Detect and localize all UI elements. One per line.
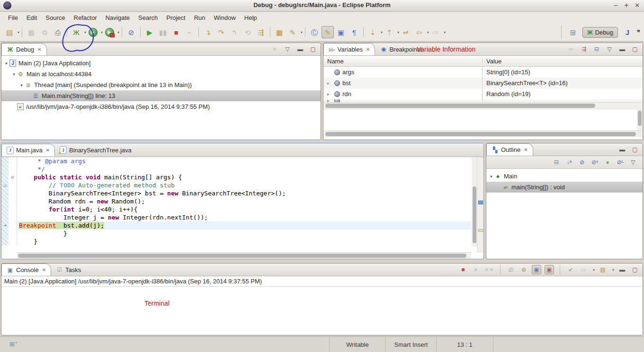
code-line[interactable]: Random rdn = new Random(); bbox=[1, 197, 471, 205]
skip-all-breakpoints-button[interactable]: ⊘ bbox=[125, 26, 137, 38]
maximize-button[interactable]: ▢ bbox=[630, 265, 640, 274]
console-output[interactable] bbox=[1, 287, 643, 323]
open-perspective-button[interactable]: ⊞ bbox=[567, 26, 579, 38]
resume-button[interactable]: ▶ bbox=[143, 26, 156, 38]
maximize-button[interactable]: + bbox=[624, 1, 628, 9]
variable-row-args[interactable]: argsString[0] (id=15) bbox=[323, 67, 643, 78]
previous-annotation-dropdown-icon[interactable]: ▾ bbox=[397, 30, 399, 35]
new-wizard-button[interactable]: ▤ bbox=[3, 26, 16, 38]
back-dropdown-icon[interactable]: ▾ bbox=[427, 30, 429, 35]
pin-console-button[interactable]: ➶ bbox=[566, 265, 575, 274]
mark-occurrences-button[interactable]: ✎ bbox=[322, 26, 334, 38]
tab-binarysearchtree-java[interactable]: JBinarySearchTree.java bbox=[55, 144, 136, 156]
tab-outline[interactable]: ▚ Outline ✕ bbox=[486, 143, 533, 156]
collapse-all-button[interactable]: ⊟ bbox=[552, 158, 561, 167]
new-type-button[interactable]: Ⓒ bbox=[308, 26, 321, 38]
tree-item--usr-lib-jvm-java-7-[interactable]: ▸/usr/lib/jvm/java-7-openjdk-i386/bin/ja… bbox=[1, 101, 321, 112]
quick-view-icon[interactable]: ⊞✦ bbox=[9, 341, 18, 348]
tree-item-main-main-string-[interactable]: ☰Main.main(String[]) line: 13 bbox=[1, 90, 321, 101]
variables-hscrollbar[interactable] bbox=[323, 102, 643, 109]
show-source-button[interactable]: ▣ bbox=[335, 26, 347, 38]
close-icon[interactable]: ✕ bbox=[42, 267, 46, 273]
show-on-stdout-button[interactable]: ▣ bbox=[532, 265, 541, 274]
next-annotation-dropdown-icon[interactable]: ▾ bbox=[381, 30, 383, 35]
maximize-button[interactable]: ▢ bbox=[630, 44, 640, 54]
code-line[interactable]: for(int i=0; i<40; i++){ bbox=[1, 205, 471, 213]
open-console-button[interactable]: ▤ bbox=[598, 265, 608, 274]
highlight-dropdown-icon[interactable]: ▾ bbox=[301, 30, 303, 35]
hide-non-public-button[interactable]: ● bbox=[603, 158, 612, 167]
code-line[interactable]: */ bbox=[1, 165, 471, 173]
close-icon[interactable]: ✕ bbox=[46, 148, 50, 153]
minimize-button[interactable]: – bbox=[614, 1, 617, 9]
tab-tasks[interactable]: ☑Tasks bbox=[51, 264, 86, 276]
menu-edit[interactable]: Edit bbox=[22, 13, 41, 22]
hide-fields-button[interactable]: ⊘ bbox=[577, 158, 587, 167]
code-line[interactable]: } bbox=[1, 238, 471, 246]
instruction-pointer-icon[interactable]: ➜ bbox=[1, 221, 9, 229]
last-edit-location-button[interactable]: ↫ bbox=[400, 26, 412, 38]
menu-navigate[interactable]: Navigate bbox=[101, 13, 134, 22]
expanded-arrow-icon[interactable]: ▾ bbox=[18, 83, 25, 88]
close-button[interactable]: × bbox=[635, 1, 639, 9]
hide-local-types-button[interactable]: ⊘ᴸ bbox=[616, 158, 625, 167]
tree-item-main-string-voi[interactable]: ●Smain(String[]) : void bbox=[486, 182, 643, 193]
step-into-button[interactable]: ↴ bbox=[202, 26, 214, 38]
minimize-button[interactable]: ▬ bbox=[295, 44, 305, 54]
expand-arrow-icon[interactable]: ▸ bbox=[327, 92, 332, 97]
tab-debug[interactable]: Ж Debug ✕ bbox=[1, 43, 47, 55]
run-button[interactable]: ▶ bbox=[87, 26, 99, 38]
hide-static-button[interactable]: ⊘ˢ bbox=[590, 158, 599, 167]
back-button[interactable]: ⇦ bbox=[413, 26, 425, 38]
use-step-filters-button[interactable]: ⇶ bbox=[255, 26, 267, 38]
close-icon[interactable]: ✕ bbox=[524, 147, 528, 152]
show-on-stderr-button[interactable]: ▣ bbox=[545, 265, 554, 274]
tab-main-java[interactable]: JMain.java✕ bbox=[1, 144, 55, 156]
minimize-button[interactable]: ▬ bbox=[617, 145, 627, 154]
clear-console-button[interactable]: ⎚ bbox=[506, 265, 516, 274]
view-menu-button[interactable]: ▽ bbox=[283, 44, 292, 54]
expand-arrow-icon[interactable]: ▸ bbox=[327, 81, 332, 86]
maximize-button[interactable]: ▢ bbox=[308, 44, 318, 54]
expanded-arrow-icon[interactable]: ▾ bbox=[3, 61, 9, 66]
fold-minus-icon[interactable]: ⊖ bbox=[9, 173, 17, 181]
menu-window[interactable]: Window bbox=[210, 13, 240, 22]
minimize-button[interactable]: ▬ bbox=[617, 265, 627, 274]
view-menu-button[interactable]: ▽ bbox=[605, 44, 614, 54]
debug-button[interactable]: Ж bbox=[70, 26, 82, 38]
tree-item-main[interactable]: ▾●Main bbox=[486, 171, 643, 182]
tree-item-main-2-java-appli[interactable]: ▾JMain (2) [Java Application] bbox=[1, 58, 321, 69]
menu-project[interactable]: Project bbox=[162, 13, 189, 22]
forward-dropdown-icon[interactable]: ▾ bbox=[444, 30, 446, 35]
code-line[interactable]: ➜Breakpoint bst.add(j); bbox=[1, 221, 471, 229]
terminate-button[interactable]: ■ bbox=[170, 26, 182, 38]
expanded-arrow-icon[interactable]: ▾ bbox=[11, 72, 17, 77]
code-editor[interactable]: * @param args */⊖ public static void mai… bbox=[1, 157, 471, 253]
run-dropdown-icon[interactable]: ▾ bbox=[101, 30, 103, 35]
tab-variables[interactable]: (x)=Variables✕ bbox=[323, 43, 375, 55]
menu-file[interactable]: File bbox=[4, 13, 22, 22]
menu-help[interactable]: Help bbox=[240, 13, 261, 22]
debug-dropdown-icon[interactable]: ▾ bbox=[84, 30, 86, 35]
collapse-all-button[interactable]: ⊟ bbox=[592, 44, 601, 54]
overview-marker-occurrence[interactable] bbox=[478, 229, 483, 232]
variables-detail-pane[interactable] bbox=[323, 109, 643, 131]
scroll-lock-button[interactable]: ⊜ bbox=[519, 265, 528, 274]
expanded-arrow-icon[interactable]: ▾ bbox=[488, 174, 494, 179]
open-task-button[interactable]: ▦ bbox=[273, 26, 286, 38]
show-whitespace-button[interactable]: ¶ bbox=[348, 26, 360, 38]
debug-perspective-button[interactable]: Ж Debug bbox=[582, 27, 618, 38]
close-icon[interactable]: ✕ bbox=[37, 47, 41, 52]
sort-button[interactable]: ↓ᵃ bbox=[564, 158, 574, 167]
editor-overview-ruler[interactable] bbox=[477, 157, 483, 253]
column-header-value[interactable]: Value bbox=[483, 58, 643, 65]
view-menu-button[interactable]: ▽ bbox=[628, 158, 638, 167]
step-over-button[interactable]: ↷ bbox=[215, 26, 227, 38]
code-line[interactable]: } bbox=[1, 229, 471, 238]
variable-row-bst[interactable]: ▸bstBinarySearchTree<T> (id=16) bbox=[323, 78, 643, 88]
menu-source[interactable]: Source bbox=[41, 13, 69, 22]
overview-marker-breakpoint[interactable] bbox=[478, 201, 483, 204]
code-line[interactable]: Integer j = new Integer(rdn.nextInt()); bbox=[1, 213, 471, 221]
editor-hscrollbar[interactable] bbox=[17, 252, 471, 259]
detail-hscrollbar[interactable] bbox=[323, 131, 643, 137]
